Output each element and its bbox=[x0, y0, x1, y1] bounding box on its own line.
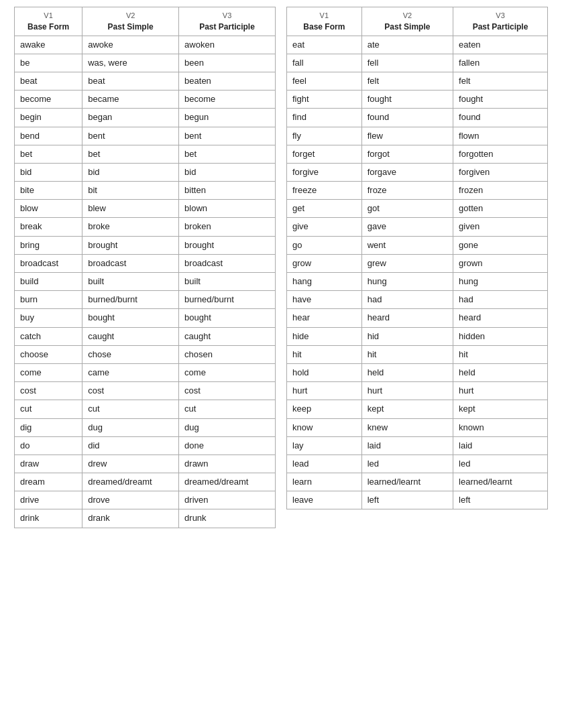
table-cell: forgiven bbox=[453, 163, 548, 181]
table-cell: forgotten bbox=[453, 145, 548, 163]
table-cell: hung bbox=[453, 273, 548, 291]
table-row: beatbeatbeaten bbox=[15, 72, 276, 90]
table-cell: dug bbox=[82, 418, 179, 436]
table-cell: feel bbox=[287, 72, 362, 90]
table-cell: hide bbox=[287, 327, 362, 345]
irregular-verbs-table-1: V1 Base Form V2 Past Simple V3 Past Part… bbox=[14, 7, 276, 528]
table-cell: froze bbox=[361, 182, 453, 200]
table-cell: lead bbox=[287, 454, 362, 473]
table-cell: eat bbox=[287, 36, 362, 54]
table-cell: forgive bbox=[287, 163, 362, 181]
table-row: givegavegiven bbox=[287, 218, 548, 236]
table-cell: become bbox=[179, 90, 276, 109]
table-cell: been bbox=[179, 54, 276, 72]
table-cell: given bbox=[453, 218, 548, 236]
table-cell: broadcast bbox=[82, 254, 179, 272]
table-cell: do bbox=[15, 436, 82, 454]
page-container: V1 Base Form V2 Past Simple V3 Past Part… bbox=[7, 7, 555, 528]
table2-header-v3: V3 Past Participle bbox=[453, 7, 548, 36]
table-cell: get bbox=[287, 200, 362, 218]
table-row: drinkdrankdrunk bbox=[15, 509, 276, 528]
table-cell: found bbox=[453, 109, 548, 127]
table-cell: give bbox=[287, 218, 362, 236]
table-cell: hold bbox=[287, 363, 362, 381]
table-row: findfoundfound bbox=[287, 109, 548, 127]
table-row: growgrewgrown bbox=[287, 254, 548, 272]
table-cell: beaten bbox=[179, 72, 276, 90]
table-cell: hurt bbox=[287, 382, 362, 400]
table-row: eatateeaten bbox=[287, 36, 548, 54]
table-cell: drew bbox=[82, 454, 179, 473]
table-cell: catch bbox=[15, 327, 82, 345]
table-cell: dreamed/dreamt bbox=[179, 473, 276, 491]
table-row: keepkeptkept bbox=[287, 400, 548, 418]
table-row: breakbrokebroken bbox=[15, 218, 276, 236]
table-cell: ate bbox=[361, 36, 453, 54]
table-cell: got bbox=[361, 200, 453, 218]
table-cell: have bbox=[287, 291, 362, 309]
table-row: bringbroughtbrought bbox=[15, 236, 276, 254]
table-cell: bought bbox=[82, 309, 179, 327]
table-cell: bid bbox=[179, 163, 276, 181]
table-cell: keep bbox=[287, 400, 362, 418]
table-cell: hang bbox=[287, 273, 362, 291]
table-cell: built bbox=[82, 273, 179, 291]
table-row: hurthurthurt bbox=[287, 382, 548, 400]
table-row: bitebitbitten bbox=[15, 182, 276, 200]
table-cell: hit bbox=[287, 345, 362, 363]
table-cell: gave bbox=[361, 218, 453, 236]
table-cell: blew bbox=[82, 200, 179, 218]
table-cell: heard bbox=[453, 309, 548, 327]
table-cell: hid bbox=[361, 327, 453, 345]
table-row: buyboughtbought bbox=[15, 309, 276, 327]
table-row: getgotgotten bbox=[287, 200, 548, 218]
table-cell: drunk bbox=[179, 509, 276, 528]
table-cell: had bbox=[361, 291, 453, 309]
table-cell: cost bbox=[82, 382, 179, 400]
table-cell: forget bbox=[287, 145, 362, 163]
table-cell: had bbox=[453, 291, 548, 309]
table-row: fightfoughtfought bbox=[287, 90, 548, 109]
table-cell: was, were bbox=[82, 54, 179, 72]
table-cell: heard bbox=[361, 309, 453, 327]
table-cell: hidden bbox=[453, 327, 548, 345]
table-cell: chose bbox=[82, 345, 179, 363]
table-row: burnburned/burntburned/burnt bbox=[15, 291, 276, 309]
irregular-verbs-table-2: V1 Base Form V2 Past Simple V3 Past Part… bbox=[286, 7, 548, 509]
table-cell: bet bbox=[82, 145, 179, 163]
table-cell: laid bbox=[361, 436, 453, 454]
table-cell: driven bbox=[179, 491, 276, 509]
table-cell: fallen bbox=[453, 54, 548, 72]
table-cell: fought bbox=[453, 90, 548, 109]
table-cell: learned/learnt bbox=[361, 473, 453, 491]
table-row: dreamdreamed/dreamtdreamed/dreamt bbox=[15, 473, 276, 491]
table1-header-v1: V1 Base Form bbox=[15, 7, 82, 36]
table-cell: hit bbox=[453, 345, 548, 363]
table-cell: forgave bbox=[361, 163, 453, 181]
table-cell: flew bbox=[361, 127, 453, 145]
table-cell: hear bbox=[287, 309, 362, 327]
table-cell: kept bbox=[453, 400, 548, 418]
table-row: holdheldheld bbox=[287, 363, 548, 381]
table-cell: lay bbox=[287, 436, 362, 454]
table-cell: came bbox=[82, 363, 179, 381]
table-cell: eaten bbox=[453, 36, 548, 54]
table-row: broadcastbroadcastbroadcast bbox=[15, 254, 276, 272]
table-cell: burned/burnt bbox=[179, 291, 276, 309]
table-cell: buy bbox=[15, 309, 82, 327]
table-cell: cut bbox=[15, 400, 82, 418]
table2-header-v1: V1 Base Form bbox=[287, 7, 362, 36]
table-cell: learn bbox=[287, 473, 362, 491]
table-cell: begun bbox=[179, 109, 276, 127]
table-row: laylaidlaid bbox=[287, 436, 548, 454]
table-row: becomebecamebecome bbox=[15, 90, 276, 109]
table-row: freezefrozefrozen bbox=[287, 182, 548, 200]
table-row: drivedrovedriven bbox=[15, 491, 276, 509]
table-cell: caught bbox=[179, 327, 276, 345]
table-row: bidbidbid bbox=[15, 163, 276, 181]
table-cell: dig bbox=[15, 418, 82, 436]
table-cell: freeze bbox=[287, 182, 362, 200]
table-row: awakeawokeawoken bbox=[15, 36, 276, 54]
table-cell: beat bbox=[15, 72, 82, 90]
table-cell: led bbox=[453, 454, 548, 473]
